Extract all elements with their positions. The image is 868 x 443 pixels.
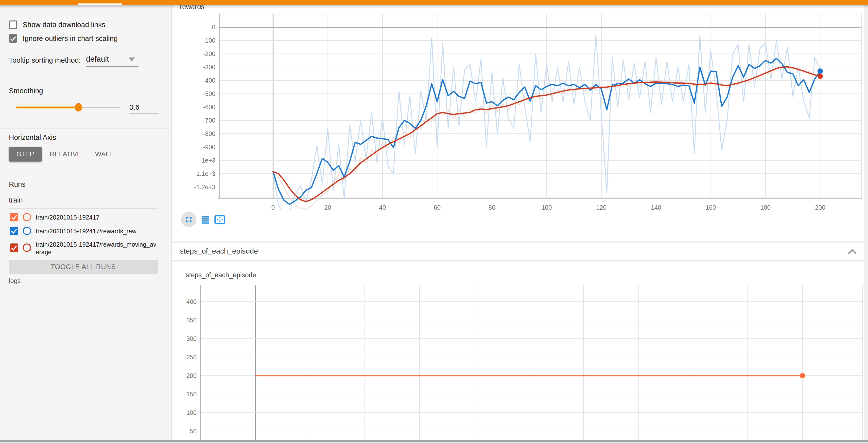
rewards-chart[interactable]: 0-100-200-300-400-500-600-700-800-900-1e…	[173, 10, 866, 210]
svg-text:20: 20	[324, 204, 331, 210]
chevron-up-icon[interactable]	[847, 247, 858, 256]
divider	[0, 128, 171, 128]
show-download-links-checkbox[interactable]	[9, 21, 17, 29]
run-filter-input[interactable]: train	[9, 196, 23, 204]
section-header-title: steps_of_each_episode	[180, 247, 258, 255]
svg-text:400: 400	[186, 298, 197, 305]
chart-toolbar	[181, 212, 225, 228]
bottom-window-edge	[0, 440, 868, 442]
svg-text:150: 150	[186, 391, 197, 397]
svg-text:0: 0	[212, 24, 215, 31]
smoothing-label: Smoothing	[9, 87, 43, 95]
run-radio[interactable]	[23, 243, 31, 252]
svg-text:250: 250	[186, 354, 197, 361]
horizontal-axis-label: Horizontal Axis	[9, 134, 56, 142]
toggle-all-runs-button[interactable]: TOGGLE ALL RUNS	[9, 260, 158, 274]
steps-chart[interactable]: 40035030025020015010050	[173, 284, 866, 443]
ignore-outliers-label: Ignore outliers in chart scaling	[23, 34, 118, 43]
svg-text:100: 100	[186, 409, 197, 416]
settings-sidebar: Show data download links Ignore outliers…	[0, 5, 172, 443]
axis-relative-button[interactable]: RELATIVE	[48, 147, 83, 161]
smoothing-slider-track[interactable]	[79, 107, 120, 108]
svg-text:-1.1e+3: -1.1e+3	[194, 170, 216, 177]
active-tab-underline	[78, 3, 122, 5]
axis-step-button[interactable]: STEP	[9, 147, 42, 161]
smoothing-value[interactable]: 0.6	[129, 104, 139, 112]
svg-text:50: 50	[190, 428, 197, 435]
svg-text:-800: -800	[203, 130, 215, 137]
fit-domain-icon[interactable]	[214, 214, 225, 225]
svg-text:-500: -500	[203, 90, 215, 97]
runs-label: Runs	[9, 180, 26, 188]
toolbar-shadow	[0, 5, 868, 8]
runs-list-icon[interactable]	[200, 215, 210, 225]
smoothing-value-underline	[129, 113, 158, 114]
run-item-label[interactable]: train/20201015-192417/rewards_raw	[36, 228, 136, 235]
select-underline	[86, 66, 138, 67]
ignore-outliers-checkbox[interactable]	[9, 34, 17, 43]
svg-text:-400: -400	[203, 77, 215, 84]
tooltip-sorting-label: Tooltip sorting method:	[9, 56, 81, 64]
svg-text:40: 40	[379, 204, 386, 210]
show-download-links-label: Show data download links	[23, 21, 105, 29]
axis-wall-button[interactable]: WALL	[92, 147, 116, 161]
steps-chart-title: steps_of_each_episode	[186, 271, 256, 279]
run-checkbox[interactable]	[10, 213, 18, 221]
svg-text:-600: -600	[203, 104, 215, 111]
fullscreen-icon[interactable]	[181, 212, 196, 227]
svg-text:-200: -200	[203, 50, 215, 57]
svg-text:140: 140	[651, 204, 661, 210]
smoothing-slider-fill	[16, 107, 79, 108]
logs-label: logs	[9, 277, 21, 285]
run-item-label[interactable]: train/20201015-192417	[36, 214, 99, 221]
svg-text:100: 100	[541, 204, 552, 210]
chevron-down-icon[interactable]	[129, 57, 135, 61]
run-checkbox[interactable]	[10, 227, 18, 235]
svg-text:180: 180	[760, 204, 771, 210]
section-header[interactable]: steps_of_each_episode	[172, 243, 864, 261]
smoothing-slider-thumb[interactable]	[75, 103, 82, 112]
svg-text:-300: -300	[203, 64, 215, 70]
svg-text:200: 200	[186, 372, 197, 379]
run-radio[interactable]	[23, 227, 31, 235]
svg-text:0: 0	[271, 204, 275, 210]
run-checkbox[interactable]	[10, 243, 18, 252]
svg-text:-1e+3: -1e+3	[199, 157, 215, 164]
bottom-window-sliver	[0, 442, 868, 443]
svg-text:120: 120	[596, 204, 607, 210]
run-item-label[interactable]: train/20201015-192417/rewards_moving_ave…	[36, 241, 159, 256]
svg-text:-100: -100	[203, 37, 215, 44]
svg-text:-1.2e+3: -1.2e+3	[194, 183, 216, 190]
svg-text:60: 60	[434, 204, 441, 210]
top-toolbar	[0, 0, 868, 5]
run-filter-underline	[9, 208, 158, 208]
run-radio[interactable]	[23, 213, 31, 221]
svg-text:300: 300	[186, 335, 197, 342]
svg-text:-700: -700	[203, 117, 215, 124]
tooltip-sorting-select[interactable]: default	[86, 55, 109, 64]
svg-text:200: 200	[815, 204, 825, 210]
divider	[0, 174, 171, 174]
svg-text:350: 350	[186, 317, 197, 324]
svg-text:160: 160	[706, 204, 716, 210]
svg-text:80: 80	[489, 204, 495, 210]
svg-text:-900: -900	[203, 144, 215, 150]
